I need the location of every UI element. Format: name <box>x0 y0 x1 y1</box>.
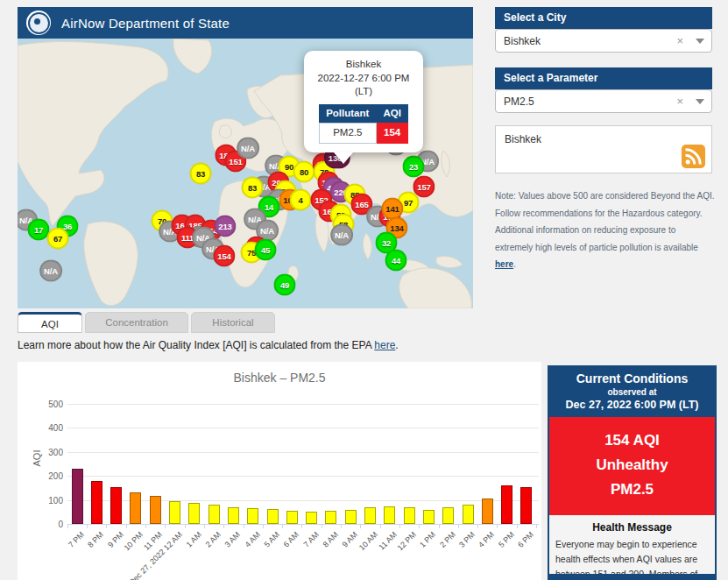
parameter-select[interactable]: PM2.5 × <box>495 89 712 113</box>
app-title: AirNow Department of State <box>61 16 230 31</box>
chart-x-axis-label: 6 AM <box>282 530 301 549</box>
chart-bar[interactable] <box>501 485 512 524</box>
popup-pointer <box>334 152 353 164</box>
aqi-map-marker[interactable]: 44 <box>385 250 407 272</box>
current-aqi-pollutant: PM2.5 <box>549 477 715 502</box>
chart-x-axis-label: 10 AM <box>357 530 378 552</box>
chart-bar[interactable] <box>364 507 376 524</box>
chart-x-axis-label: 1 PM <box>419 530 438 549</box>
popup-datetime: 2022-12-27 6:00 PM <box>307 72 420 86</box>
chart-x-tick <box>458 524 459 528</box>
popup-aqi-value: 154 <box>376 124 407 144</box>
chart-bar[interactable] <box>209 505 220 524</box>
chart-x-axis-label: 7 PM <box>67 530 86 549</box>
chart-x-axis-label: 6 PM <box>516 530 535 549</box>
chart-bar[interactable] <box>150 496 161 524</box>
popup-aqi-table: Pollutant AQI PM2.5 154 <box>319 104 409 144</box>
clear-parameter-icon[interactable]: × <box>676 95 683 108</box>
tab-concentration[interactable]: Concentration <box>85 312 188 333</box>
health-message-header: Health Message <box>549 521 715 534</box>
chart-x-tick <box>145 524 146 528</box>
chart-bar[interactable] <box>130 492 141 524</box>
parameter-dropdown-caret-icon[interactable] <box>696 99 704 109</box>
tab-historical[interactable]: Historical <box>191 312 275 333</box>
epa-info-line: Learn more about how the Air Quality Ind… <box>18 339 399 351</box>
chart-bar[interactable] <box>442 507 454 524</box>
chart-bar[interactable] <box>188 503 200 524</box>
aqi-map-marker[interactable]: 83 <box>242 177 264 199</box>
chart-bar[interactable] <box>345 510 357 524</box>
select-city-header: Select a City <box>495 7 712 29</box>
chart-x-tick <box>185 524 186 528</box>
chart-bar[interactable] <box>169 501 180 524</box>
chart-gridline <box>67 524 539 525</box>
note-here-link[interactable]: here <box>495 259 513 269</box>
aqi-map-marker[interactable]: 4 <box>290 189 312 211</box>
chart-x-tick <box>223 524 224 528</box>
select-parameter-header: Select a Parameter <box>495 67 712 89</box>
chart-x-tick <box>87 524 88 528</box>
aqi-map-marker[interactable]: N/A <box>39 260 62 282</box>
view-tabs: AQI Concentration Historical <box>18 312 275 334</box>
chart-bar[interactable] <box>286 511 298 524</box>
chart-bar[interactable] <box>463 505 474 524</box>
current-aqi-category: Unhealthy <box>549 453 715 477</box>
aqi-map-marker[interactable]: N/A <box>237 138 259 159</box>
epa-info-period: . <box>395 339 398 351</box>
chart-plot-area: 01002003004005007 PM8 PM9 PM10 PM11 PMDe… <box>18 362 541 580</box>
chart-bar[interactable] <box>384 506 395 524</box>
chart-x-axis-label: 10 PM <box>122 530 144 552</box>
chart-bar[interactable] <box>110 487 122 524</box>
city-feed-box: Bishkek <box>495 125 712 173</box>
chart-y-tick-label: 100 <box>35 496 63 506</box>
aqi-map-marker[interactable]: 83 <box>190 163 212 185</box>
chart-bar[interactable] <box>423 510 435 524</box>
chart-x-tick <box>165 524 166 528</box>
city-select-value: Bishkek <box>504 35 676 47</box>
chart-x-tick <box>322 524 322 528</box>
chart-bar[interactable] <box>404 507 415 524</box>
chart-x-tick <box>263 524 264 528</box>
clear-city-icon[interactable]: × <box>676 34 683 47</box>
chart-x-axis-label: 2 AM <box>204 530 223 549</box>
chart-bar[interactable] <box>267 509 279 524</box>
chart-x-tick <box>282 524 283 528</box>
aqi-map-marker[interactable]: 49 <box>274 274 296 296</box>
chart-y-tick-label: 400 <box>35 423 63 433</box>
rss-feed-icon[interactable] <box>682 145 705 168</box>
chart-bar[interactable] <box>247 508 258 524</box>
current-conditions-title: Current Conditions <box>551 371 713 385</box>
chart-bar[interactable] <box>325 511 336 524</box>
chart-x-tick <box>439 524 440 528</box>
chart-bar[interactable] <box>306 512 317 524</box>
chart-bar[interactable] <box>482 499 493 524</box>
chart-bar[interactable] <box>228 507 239 524</box>
popup-pollutant-value: PM2.5 <box>319 124 376 144</box>
chart-x-tick <box>106 524 107 528</box>
aqi-map-marker[interactable]: N/A <box>330 224 353 246</box>
aqi-map-marker[interactable]: 23 <box>403 156 425 178</box>
chart-x-axis-label: 9 AM <box>341 530 360 549</box>
popup-pollutant-header: Pollutant <box>319 104 376 124</box>
epa-here-link[interactable]: here <box>374 339 395 351</box>
chart-x-tick <box>419 524 420 528</box>
current-conditions-panel: Current Conditions observed at Dec 27, 2… <box>548 365 717 580</box>
chart-x-tick <box>380 524 381 528</box>
epa-info-text: Learn more about how the Air Quality Ind… <box>18 339 374 351</box>
chart-y-tick-label: 200 <box>35 471 63 481</box>
tab-aqi[interactable]: AQI <box>18 312 82 333</box>
state-department-seal-icon <box>26 11 51 35</box>
chart-x-tick <box>244 524 244 528</box>
chart-bar[interactable] <box>520 487 532 524</box>
world-map[interactable]: N/A173667N/A70N/A166185N/A11183180151N/A… <box>18 39 473 308</box>
city-dropdown-caret-icon[interactable] <box>696 39 704 48</box>
aqi-map-marker[interactable]: 45 <box>255 239 277 261</box>
chart-bar[interactable] <box>91 481 102 524</box>
chart-x-axis-label: 8 AM <box>321 530 340 549</box>
chart-y-tick-label: 0 <box>35 520 63 529</box>
chart-gridline <box>67 428 539 428</box>
city-select[interactable]: Bishkek × <box>495 29 712 53</box>
aqi-map-marker[interactable]: 67 <box>47 228 69 250</box>
chart-bar[interactable] <box>72 469 83 524</box>
chart-x-tick <box>341 524 342 528</box>
